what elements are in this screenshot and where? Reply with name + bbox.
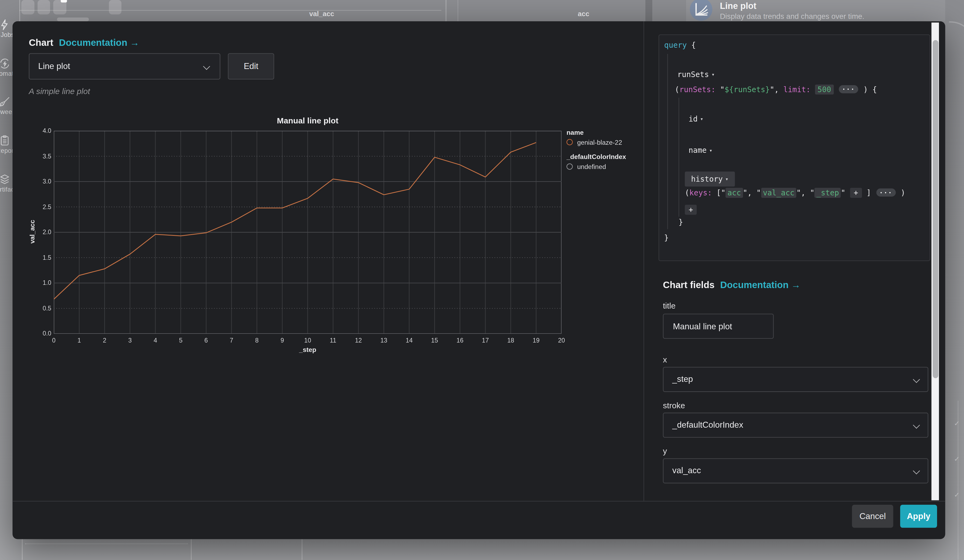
background-panel-border: [22, 539, 22, 560]
query-editor[interactable]: query {runSets▾(runSets: "${runSets}", l…: [658, 34, 930, 261]
query-code-line: (runSets: "${runSets}", limit: 500 ··· )…: [675, 83, 877, 95]
stroke-field-select[interactable]: _defaultColorIndex: [663, 413, 928, 438]
reports-icon: [0, 135, 10, 147]
code-token: ": [716, 85, 725, 94]
query-code-line: id▾: [689, 114, 703, 125]
y-tick-label: 3.5: [30, 153, 52, 160]
code-token: (: [685, 188, 689, 197]
code-token: [811, 85, 815, 94]
code-token: ,: [774, 85, 783, 94]
chart-editor-modal: Chart Documentation → Line plot Edit A s…: [12, 21, 945, 539]
screen: val_acc acc Line plot Display data trend…: [0, 0, 964, 560]
ellipsis-menu-icon[interactable]: ···: [839, 85, 858, 93]
caret-down-icon[interactable]: ▾: [712, 72, 715, 78]
sweeps-icon: [0, 96, 10, 107]
query-code-line: +: [685, 204, 697, 215]
legend-entry[interactable]: undefined: [567, 163, 626, 170]
chart-description: A simple line plot: [29, 86, 90, 95]
automations-icon: [0, 58, 10, 70]
chart-header: Chart Documentation →: [29, 37, 139, 47]
chart-type-select[interactable]: Line plot: [29, 53, 220, 79]
field-name-token[interactable]: id: [689, 114, 698, 124]
number-chip: 500: [815, 84, 834, 94]
x-field-label: x: [663, 355, 667, 365]
chart-type-value: Line plot: [38, 61, 70, 71]
query-code-line: }: [664, 232, 669, 243]
edit-button[interactable]: Edit: [228, 53, 274, 79]
add-key-button[interactable]: +: [850, 187, 862, 197]
x-tick-label: 17: [476, 337, 495, 343]
x-tick-label: 13: [375, 337, 393, 343]
background-panel-title: acc: [578, 10, 589, 18]
add-key-button[interactable]: +: [685, 205, 697, 215]
y-tick-label: 0.5: [30, 304, 52, 311]
tooltip-subtitle: Display data trends and changes over tim…: [720, 12, 864, 21]
x-tick-label: 8: [248, 337, 267, 343]
cancel-button[interactable]: Cancel: [852, 505, 893, 528]
x-tick-label: 2: [95, 337, 114, 343]
string-chip: _step: [814, 187, 841, 197]
x-tick-label: 3: [121, 337, 140, 343]
chart-section-title: Chart: [29, 37, 53, 47]
y-field-select[interactable]: val_acc: [663, 458, 928, 483]
caret-down-icon[interactable]: ▾: [725, 176, 728, 182]
caret-down-icon[interactable]: ▾: [700, 116, 703, 122]
background-seam: [957, 401, 958, 560]
code-token: ,: [801, 188, 810, 197]
background-panel-title: val_acc: [309, 10, 334, 18]
field-name-token[interactable]: history: [691, 175, 723, 184]
x-tick-label: 7: [222, 337, 241, 343]
plot-title: Manual line plot: [54, 116, 562, 125]
chart-fields-header: Chart fields Documentation →: [663, 279, 800, 290]
chart-legend: namegenial-blaze-22_defaultColorIndexund…: [567, 128, 626, 177]
field-name-token[interactable]: runSets: [677, 70, 709, 79]
code-token: {: [687, 41, 696, 50]
y-tick-label: 3.0: [30, 178, 52, 185]
code-token: [834, 85, 838, 94]
field-name-token[interactable]: name: [689, 146, 707, 155]
legend-group-label: _defaultColorIndex: [567, 153, 626, 160]
stroke-field-label: stroke: [663, 401, 685, 410]
y-axis-title: val_acc: [28, 207, 36, 257]
code-token: ) {: [859, 85, 877, 94]
background-separator: [458, 0, 458, 21]
apply-button[interactable]: Apply: [900, 505, 937, 528]
x-tick-label: 1: [70, 337, 89, 343]
code-token: ": [810, 188, 814, 197]
code-token: }: [679, 218, 683, 226]
line-plot-tooltip-card: Line plot Display data trends and change…: [686, 0, 945, 21]
legend-entry-label: undefined: [577, 163, 606, 170]
legend-ring-icon: [567, 163, 573, 169]
indent-guide: [667, 54, 668, 230]
modal-scrollbar-thumb[interactable]: [933, 40, 938, 378]
argument-key-token: runSets:: [679, 85, 715, 94]
tooltip-title: Line plot: [720, 0, 757, 10]
keyword-token: query: [664, 41, 687, 50]
code-token: ]: [862, 188, 871, 197]
ellipsis-menu-icon[interactable]: ···: [876, 188, 896, 197]
query-code-line: history▾: [685, 172, 735, 187]
chart-documentation-link[interactable]: Documentation →: [59, 37, 139, 47]
x-tick-label: 4: [146, 337, 165, 343]
background-pill: [57, 18, 89, 21]
caret-down-icon[interactable]: ▾: [709, 147, 712, 153]
background-checkmark: ✓: [954, 420, 960, 428]
background-toolbar-button: [109, 0, 121, 14]
code-token: ): [896, 188, 905, 197]
legend-entry[interactable]: genial-blaze-22: [567, 138, 626, 146]
code-token: [: [712, 188, 721, 197]
background-fragment: [60, 0, 67, 2]
title-input[interactable]: [672, 314, 768, 338]
string-chip: acc: [726, 187, 743, 197]
stroke-field-value: _defaultColorIndex: [672, 420, 743, 430]
chevron-down-icon: [913, 376, 920, 383]
chevron-down-icon: [913, 422, 920, 428]
x-field-select[interactable]: _step: [663, 367, 928, 392]
code-token: [845, 188, 850, 197]
legend-ring-icon: [567, 139, 573, 145]
chart-fields-documentation-link[interactable]: Documentation →: [720, 279, 800, 290]
background-panel-border: [302, 539, 302, 560]
chart-fields-title: Chart fields: [663, 279, 715, 290]
x-tick-label: 16: [451, 337, 469, 343]
indent-guide: [678, 98, 679, 217]
